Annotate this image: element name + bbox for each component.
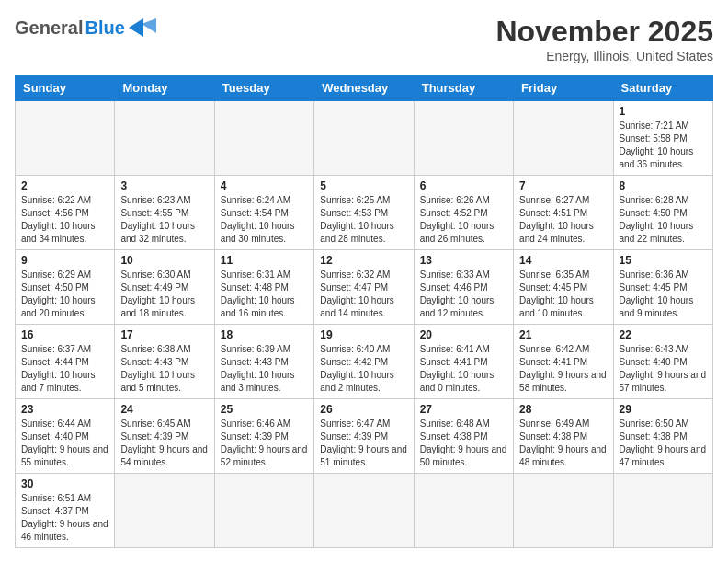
- day-number: 26: [320, 403, 407, 416]
- day-info: Sunrise: 6:29 AMSunset: 4:50 PMDaylight:…: [21, 269, 108, 320]
- day-number: 28: [519, 403, 607, 416]
- calendar-cell: [514, 101, 613, 176]
- calendar-cell: 4Sunrise: 6:24 AMSunset: 4:54 PMDaylight…: [214, 176, 313, 250]
- calendar-cell: 27Sunrise: 6:48 AMSunset: 4:38 PMDayligh…: [414, 399, 513, 474]
- calendar-day-header: Thursday: [414, 75, 513, 101]
- day-number: 3: [120, 179, 208, 192]
- day-info: Sunrise: 6:51 AMSunset: 4:37 PMDaylight:…: [21, 492, 108, 544]
- day-info: Sunrise: 6:25 AMSunset: 4:53 PMDaylight:…: [320, 194, 407, 246]
- day-info: Sunrise: 6:32 AMSunset: 4:47 PMDaylight:…: [320, 269, 407, 320]
- day-number: 20: [420, 328, 507, 341]
- calendar-cell: [115, 101, 214, 176]
- day-number: 21: [519, 328, 607, 341]
- calendar-cell: 5Sunrise: 6:25 AMSunset: 4:53 PMDaylight…: [314, 176, 414, 250]
- day-number: 11: [221, 254, 308, 267]
- logo-general-text: General: [15, 17, 83, 39]
- calendar-day-header: Saturday: [613, 75, 712, 101]
- day-number: 5: [320, 179, 407, 192]
- calendar-week-row: 9Sunrise: 6:29 AMSunset: 4:50 PMDaylight…: [16, 250, 713, 325]
- day-info: Sunrise: 6:26 AMSunset: 4:52 PMDaylight:…: [420, 194, 507, 246]
- day-number: 29: [620, 403, 707, 416]
- calendar-cell: 22Sunrise: 6:43 AMSunset: 4:40 PMDayligh…: [613, 325, 712, 399]
- calendar-cell: [16, 101, 115, 176]
- day-info: Sunrise: 6:38 AMSunset: 4:43 PMDaylight:…: [120, 343, 208, 395]
- calendar-cell: 24Sunrise: 6:45 AMSunset: 4:39 PMDayligh…: [115, 399, 214, 474]
- calendar-cell: 14Sunrise: 6:35 AMSunset: 4:45 PMDayligh…: [514, 250, 613, 325]
- calendar-week-row: 16Sunrise: 6:37 AMSunset: 4:44 PMDayligh…: [16, 325, 713, 399]
- calendar-cell: 8Sunrise: 6:28 AMSunset: 4:50 PMDaylight…: [613, 176, 712, 250]
- location-subtitle: Energy, Illinois, United States: [495, 49, 713, 63]
- calendar-week-row: 30Sunrise: 6:51 AMSunset: 4:37 PMDayligh…: [16, 474, 713, 548]
- day-number: 10: [120, 254, 208, 267]
- day-number: 1: [620, 105, 707, 118]
- day-info: Sunrise: 6:28 AMSunset: 4:50 PMDaylight:…: [620, 194, 707, 246]
- day-info: Sunrise: 6:22 AMSunset: 4:56 PMDaylight:…: [21, 194, 108, 246]
- calendar-cell: 2Sunrise: 6:22 AMSunset: 4:56 PMDaylight…: [16, 176, 115, 250]
- calendar-cell: 17Sunrise: 6:38 AMSunset: 4:43 PMDayligh…: [115, 325, 214, 399]
- day-info: Sunrise: 6:31 AMSunset: 4:48 PMDaylight:…: [221, 269, 308, 320]
- calendar-day-header: Tuesday: [214, 75, 313, 101]
- logo-area: General Blue: [15, 15, 164, 40]
- day-number: 16: [21, 328, 108, 341]
- day-number: 13: [420, 254, 507, 267]
- calendar-cell: 15Sunrise: 6:36 AMSunset: 4:45 PMDayligh…: [613, 250, 712, 325]
- svg-marker-1: [142, 18, 156, 33]
- calendar-cell: 16Sunrise: 6:37 AMSunset: 4:44 PMDayligh…: [16, 325, 115, 399]
- day-number: 18: [221, 328, 308, 341]
- day-number: 17: [120, 328, 208, 341]
- day-info: Sunrise: 6:41 AMSunset: 4:41 PMDaylight:…: [420, 343, 507, 395]
- calendar-header-row: SundayMondayTuesdayWednesdayThursdayFrid…: [16, 75, 713, 101]
- calendar-cell: 25Sunrise: 6:46 AMSunset: 4:39 PMDayligh…: [214, 399, 313, 474]
- day-number: 9: [21, 254, 108, 267]
- day-info: Sunrise: 6:27 AMSunset: 4:51 PMDaylight:…: [519, 194, 607, 246]
- day-number: 19: [320, 328, 407, 341]
- logo-blue-text: Blue: [85, 17, 124, 39]
- logo-icon: [127, 15, 164, 40]
- day-info: Sunrise: 6:50 AMSunset: 4:38 PMDaylight:…: [620, 418, 707, 469]
- day-number: 14: [519, 254, 607, 267]
- day-info: Sunrise: 6:30 AMSunset: 4:49 PMDaylight:…: [120, 269, 208, 320]
- day-number: 25: [221, 403, 308, 416]
- day-info: Sunrise: 6:43 AMSunset: 4:40 PMDaylight:…: [620, 343, 707, 395]
- calendar-cell: 26Sunrise: 6:47 AMSunset: 4:39 PMDayligh…: [314, 399, 414, 474]
- calendar-cell: 23Sunrise: 6:44 AMSunset: 4:40 PMDayligh…: [16, 399, 115, 474]
- calendar-cell: 3Sunrise: 6:23 AMSunset: 4:55 PMDaylight…: [115, 176, 214, 250]
- day-info: Sunrise: 6:48 AMSunset: 4:38 PMDaylight:…: [420, 418, 507, 469]
- day-number: 24: [120, 403, 208, 416]
- day-number: 6: [420, 179, 507, 192]
- calendar-cell: 6Sunrise: 6:26 AMSunset: 4:52 PMDaylight…: [414, 176, 513, 250]
- calendar-cell: 12Sunrise: 6:32 AMSunset: 4:47 PMDayligh…: [314, 250, 414, 325]
- day-info: Sunrise: 7:21 AMSunset: 5:58 PMDaylight:…: [620, 120, 707, 171]
- day-info: Sunrise: 6:42 AMSunset: 4:41 PMDaylight:…: [519, 343, 607, 395]
- day-number: 12: [320, 254, 407, 267]
- calendar-cell: 10Sunrise: 6:30 AMSunset: 4:49 PMDayligh…: [115, 250, 214, 325]
- day-number: 4: [221, 179, 308, 192]
- calendar-cell: [613, 474, 712, 548]
- calendar-week-row: 2Sunrise: 6:22 AMSunset: 4:56 PMDaylight…: [16, 176, 713, 250]
- calendar-week-row: 1Sunrise: 7:21 AMSunset: 5:58 PMDaylight…: [16, 101, 713, 176]
- calendar-cell: 19Sunrise: 6:40 AMSunset: 4:42 PMDayligh…: [314, 325, 414, 399]
- calendar-cell: 9Sunrise: 6:29 AMSunset: 4:50 PMDaylight…: [16, 250, 115, 325]
- day-info: Sunrise: 6:39 AMSunset: 4:43 PMDaylight:…: [221, 343, 308, 395]
- calendar-cell: [214, 474, 313, 548]
- day-info: Sunrise: 6:35 AMSunset: 4:45 PMDaylight:…: [519, 269, 607, 320]
- day-info: Sunrise: 6:47 AMSunset: 4:39 PMDaylight:…: [320, 418, 407, 469]
- calendar-cell: 7Sunrise: 6:27 AMSunset: 4:51 PMDaylight…: [514, 176, 613, 250]
- calendar-cell: 28Sunrise: 6:49 AMSunset: 4:38 PMDayligh…: [514, 399, 613, 474]
- calendar-cell: [514, 474, 613, 548]
- day-number: 30: [21, 477, 108, 490]
- svg-marker-0: [129, 18, 143, 37]
- calendar-day-header: Monday: [115, 75, 214, 101]
- calendar-cell: 21Sunrise: 6:42 AMSunset: 4:41 PMDayligh…: [514, 325, 613, 399]
- day-number: 22: [620, 328, 707, 341]
- day-info: Sunrise: 6:45 AMSunset: 4:39 PMDaylight:…: [120, 418, 208, 469]
- day-number: 15: [620, 254, 707, 267]
- calendar-cell: 18Sunrise: 6:39 AMSunset: 4:43 PMDayligh…: [214, 325, 313, 399]
- calendar-cell: 13Sunrise: 6:33 AMSunset: 4:46 PMDayligh…: [414, 250, 513, 325]
- day-number: 7: [519, 179, 607, 192]
- calendar-cell: [314, 101, 414, 176]
- calendar-cell: 29Sunrise: 6:50 AMSunset: 4:38 PMDayligh…: [613, 399, 712, 474]
- day-number: 23: [21, 403, 108, 416]
- calendar-cell: [414, 474, 513, 548]
- day-info: Sunrise: 6:37 AMSunset: 4:44 PMDaylight:…: [21, 343, 108, 395]
